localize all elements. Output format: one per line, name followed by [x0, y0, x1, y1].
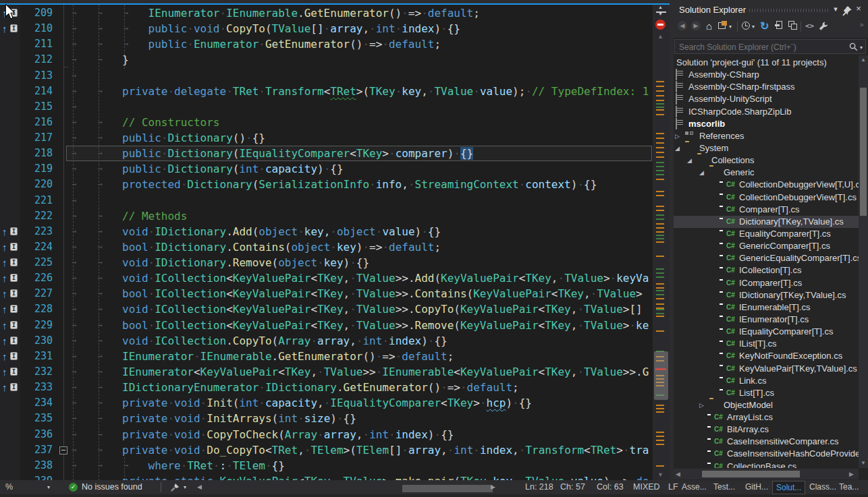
tree-item-arraylist-cs[interactable]: C#ArrayList.cs: [674, 411, 868, 423]
pin-icon[interactable]: [842, 5, 852, 16]
tree-item-collectiondebuggerview-t-u-cs[interactable]: C#CollectionDebuggerView[T,U].cs: [674, 179, 868, 191]
tool-window-tab-test[interactable]: Test...: [710, 481, 738, 493]
scroll-up-arrow[interactable]: ▲: [657, 33, 663, 40]
implements-interface-icon[interactable]: ↑: [2, 364, 7, 380]
chevron-down-icon[interactable]: ▾: [752, 24, 755, 36]
scrollbar-thumb[interactable]: [860, 88, 867, 216]
tree-item-assembly-csharp[interactable]: Assembly-CSharp: [674, 69, 868, 81]
implements-interface-icon[interactable]: I: [10, 305, 18, 313]
tree-item-system[interactable]: ◢System: [674, 142, 868, 154]
refresh-icon[interactable]: ↻: [760, 21, 769, 33]
implements-interface-icon[interactable]: ↑: [2, 255, 7, 270]
tool-window-tab-asse[interactable]: Asse...: [678, 481, 710, 493]
code-line-213[interactable]: 213→: [0, 68, 652, 84]
tree-item-collections[interactable]: ◢Collections: [674, 154, 868, 167]
tree-item-assembly-csharp-firstpass[interactable]: Assembly-CSharp-firstpass: [674, 81, 868, 93]
code-line-229[interactable]: ↑I229→→bool·ICollection<KeyValuePair<TKe…: [0, 318, 652, 333]
scroll-down-arrow[interactable]: ▼: [861, 460, 866, 466]
code-line-239[interactable]: 239→→private·static·KeyValuePair<TKey,·T…: [0, 473, 652, 480]
implements-interface-icon[interactable]: I: [10, 337, 18, 345]
collapse-arrow-icon[interactable]: ◢: [687, 154, 692, 167]
tree-item-link-cs[interactable]: C#Link.cs: [674, 375, 868, 387]
code-line-214[interactable]: 214→→private·delegate·TRet·Transform<TRe…: [0, 84, 652, 99]
implements-interface-icon[interactable]: ↑: [2, 380, 7, 395]
code-line-220[interactable]: 220→→protected·Dictionary(SerializationI…: [0, 177, 652, 192]
tree-item-dictionary-tkey-tvalue-cs[interactable]: C#Dictionary[TKey,TValue].cs: [674, 216, 868, 228]
tree-item-keynotfoundexception-cs[interactable]: C#KeyNotFoundException.cs: [674, 350, 868, 362]
editor-vertical-scrollbar[interactable]: ▲▼ ▲ ▼: [652, 5, 670, 480]
collapse-arrow-icon[interactable]: ◢: [699, 167, 704, 179]
tree-item-collectionbase-cs[interactable]: C#CollectionBase.cs: [674, 461, 868, 468]
implements-interface-icon[interactable]: I: [10, 321, 18, 329]
implements-interface-icon[interactable]: I: [10, 227, 18, 235]
code-line-227[interactable]: ↑I227→→bool·ICollection<KeyValuePair<TKe…: [0, 286, 652, 301]
tool-window-tab-tea[interactable]: Tea...: [836, 481, 862, 493]
implements-interface-icon[interactable]: I: [10, 258, 18, 266]
tree-item-icsharpcode-sharpziplib[interactable]: ICSharpCode.SharpZipLib: [674, 106, 868, 118]
tree-item-genericcomparer-t-cs[interactable]: C#GenericComparer[T].cs: [674, 240, 868, 252]
tree-item-genericequalitycomparer-t-cs[interactable]: C#GenericEqualityComparer[T].cs: [674, 252, 868, 264]
code-line-217[interactable]: 217→→public·Dictionary()·{}: [0, 130, 652, 146]
scrollbar-thumb[interactable]: [702, 471, 800, 477]
tree-item-assembly-unityscript[interactable]: Assembly-UnityScript: [674, 93, 868, 105]
expand-arrow-icon[interactable]: ▷: [675, 130, 680, 142]
tree-item-iequalitycomparer-t-cs[interactable]: C#IEqualityComparer[T].cs: [674, 326, 868, 338]
implements-interface-icon[interactable]: ↑: [2, 270, 7, 286]
implements-interface-icon[interactable]: ↑: [2, 286, 7, 301]
tool-window-tab-solut[interactable]: Solut...: [772, 481, 805, 494]
code-line-237[interactable]: 237→→private·void·Do_CopyTo<TRet,·TElem>…: [0, 442, 652, 458]
split-editor-handle-icon[interactable]: ▲▼: [655, 7, 668, 18]
chevron-down-icon[interactable]: ▾: [860, 45, 863, 51]
implements-interface-icon[interactable]: ↑: [2, 224, 7, 239]
tree-item-equalitycomparer-t-cs[interactable]: C#EqualityComparer[T].cs: [674, 228, 868, 240]
tree-item-caseinsensitivecomparer-cs[interactable]: C#CaseInsensitiveComparer.cs: [674, 436, 868, 448]
collapse-arrow-icon[interactable]: ◢: [675, 142, 680, 154]
code-line-235[interactable]: 235→→private·void·InitArrays(int·size)·{…: [0, 411, 652, 426]
tree-item-bitarray-cs[interactable]: C#BitArray.cs: [674, 423, 868, 436]
code-line-216[interactable]: 216→→// Constructors: [0, 115, 652, 130]
implements-interface-icon[interactable]: I: [10, 352, 18, 360]
code-line-212[interactable]: 212→→}: [0, 52, 652, 67]
code-line-215[interactable]: 215→: [0, 99, 652, 115]
chevron-down-icon[interactable]: ▾: [729, 24, 732, 36]
drag-grip[interactable]: [749, 9, 829, 12]
view-code-icon[interactable]: <>: [805, 21, 814, 33]
tool-window-tab-gith[interactable]: GitH...: [742, 481, 771, 493]
code-line-230[interactable]: ↑I230→→void·ICollection.CopyTo(Array·arr…: [0, 333, 652, 349]
implements-interface-icon[interactable]: ↑: [2, 318, 7, 333]
code-editor[interactable]: ↑I209→→→IEnumerator·IEnumerable.GetEnume…: [0, 0, 670, 480]
code-line-218[interactable]: 218→→public·Dictionary(IEqualityComparer…: [0, 146, 652, 161]
code-line-221[interactable]: 221→: [0, 193, 652, 208]
tree-item-objectmodel[interactable]: ▷ObjectModel: [674, 399, 868, 411]
tree-item-generic[interactable]: ◢Generic: [674, 167, 868, 179]
code-line-232[interactable]: ↑I232→→IEnumerator<KeyValuePair<TKey,·TV…: [0, 364, 652, 380]
scroll-left-arrow[interactable]: ◀: [676, 469, 680, 479]
code-line-228[interactable]: ↑I228→→void·ICollection<KeyValuePair<TKe…: [0, 301, 652, 317]
code-line-219[interactable]: 219→→public·Dictionary(int·capacity)·{}: [0, 161, 652, 177]
tree-item-references[interactable]: ▷References: [674, 130, 868, 142]
tree-item-ienumerator-t-cs[interactable]: C#IEnumerator[T].cs: [674, 314, 868, 326]
code-line-225[interactable]: ↑I225→→void·IDictionary.Remove(object·ke…: [0, 255, 652, 270]
scroll-down-arrow[interactable]: ▼: [657, 471, 663, 478]
code-line-209[interactable]: ↑I209→→→IEnumerator·IEnumerable.GetEnume…: [0, 5, 652, 21]
tree-item-mscorlib[interactable]: mscorlib: [674, 118, 868, 130]
scroll-up-arrow[interactable]: ▲: [861, 57, 866, 63]
code-line-222[interactable]: 222→→// Methods: [0, 208, 652, 224]
implements-interface-icon[interactable]: ↑: [2, 21, 7, 36]
code-line-233[interactable]: ↑I233→→IDictionaryEnumerator·IDictionary…: [0, 380, 652, 395]
code-line-238[interactable]: 238→→→where·TRet·:·TElem·{}: [0, 458, 652, 473]
code-line-211[interactable]: 211→→→public·Enumerator·GetEnumerator()·…: [0, 36, 652, 52]
tree-item-ilist-t-cs[interactable]: C#IList[T].cs: [674, 338, 868, 350]
solution-explorer-titlebar[interactable]: Solution Explorer ▾ × ◀ ▶ ⌂ ▾: [674, 0, 868, 38]
search-icon[interactable]: [849, 42, 858, 51]
window-position-menu-icon[interactable]: ▾: [830, 3, 841, 14]
forward-icon[interactable]: ▶: [691, 21, 701, 30]
close-icon[interactable]: ×: [853, 3, 864, 14]
scroll-right-arrow[interactable]: ▶: [849, 469, 854, 479]
implements-interface-icon[interactable]: I: [10, 24, 18, 32]
code-line-236[interactable]: 236→→private·void·CopyToCheck(Array·arra…: [0, 427, 652, 442]
tree-item-keyvaluepair-tkey-tvalue-cs[interactable]: C#KeyValuePair[TKey,TValue].cs: [674, 363, 868, 375]
tree-item-collectiondebuggerview-t-cs[interactable]: C#CollectionDebuggerView[T].cs: [674, 192, 868, 204]
tree-item-solution-project-gui-11-of-11-projects-[interactable]: Solution 'project-gui' (11 of 11 project…: [674, 57, 868, 69]
code-viewport[interactable]: ↑I209→→→IEnumerator·IEnumerable.GetEnume…: [0, 0, 652, 480]
